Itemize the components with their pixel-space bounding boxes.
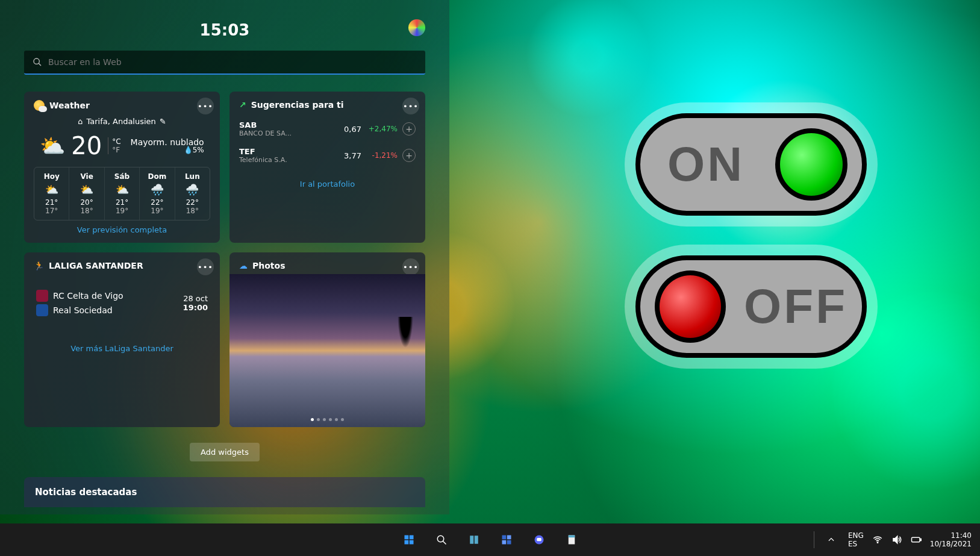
weather-location-row[interactable]: ⌂ Tarifa, Andalusien ✎ — [34, 117, 210, 126]
weather-units[interactable]: °C°F — [108, 137, 120, 154]
svg-rect-9 — [474, 536, 478, 544]
svg-rect-21 — [920, 539, 922, 541]
stock-row[interactable]: SABBANCO DE SA... 0,67 +2,47% + — [239, 116, 416, 142]
svg-rect-4 — [404, 540, 408, 545]
volume-icon[interactable] — [891, 534, 902, 545]
photos-widget[interactable]: ☁Photos ••• — [229, 252, 425, 427]
user-avatar[interactable] — [408, 19, 425, 36]
location-pin-icon: ⌂ — [78, 117, 83, 126]
sports-more-link[interactable]: Ver más LaLiga Santander — [34, 344, 210, 353]
add-widgets-button[interactable]: Add widgets — [190, 443, 260, 461]
weather-title: Weather — [49, 101, 90, 110]
weather-location: Tarifa, Andalusien — [87, 117, 156, 126]
forecast-day[interactable]: Vie⛅20°18° — [69, 167, 104, 220]
search-bar[interactable] — [24, 51, 425, 75]
weather-humidity: 💧5% — [127, 146, 204, 154]
svg-point-18 — [877, 542, 878, 543]
match-time: 19:00 — [183, 303, 208, 312]
widgets-panel: 15:03 Weather ••• ⌂ Tarifa, Andalusien ✎… — [0, 0, 449, 514]
language-switcher[interactable]: ENGES — [848, 531, 864, 549]
taskview-icon — [469, 534, 479, 545]
svg-rect-13 — [507, 540, 511, 545]
taskbar-clock[interactable]: 11:4010/18/2021 — [930, 531, 972, 549]
taskview-button[interactable] — [461, 526, 487, 553]
match-date: 28 oct — [183, 294, 208, 303]
stocks-more-button[interactable]: ••• — [402, 98, 419, 114]
svg-rect-17 — [568, 536, 575, 538]
led-red-icon — [655, 270, 726, 343]
stocks-title: Sugerencias para ti — [251, 100, 344, 110]
windows-icon — [404, 534, 414, 545]
search-icon — [33, 57, 42, 67]
svg-rect-11 — [507, 536, 511, 540]
weather-widget[interactable]: Weather ••• ⌂ Tarifa, Andalusien ✎ ⛅ 20 … — [24, 92, 220, 243]
switch-off-label: OFF — [744, 279, 847, 334]
notepad-app-button[interactable] — [558, 526, 585, 553]
sports-title: LALIGA SANTANDER — [49, 261, 143, 270]
stocks-widget[interactable]: ↗Sugerencias para ti ••• SABBANCO DE SA.… — [229, 92, 425, 243]
chat-icon — [534, 534, 545, 545]
led-green-icon — [775, 128, 847, 201]
svg-rect-15 — [537, 538, 541, 541]
team-badge-icon — [36, 290, 48, 302]
widgets-clock: 15:03 — [200, 21, 250, 39]
taskbar-search-button[interactable] — [428, 526, 455, 553]
photo-image[interactable] — [229, 274, 425, 427]
document-icon — [566, 534, 577, 545]
svg-marker-19 — [893, 536, 897, 543]
taskbar: ENGES 11:4010/18/2021 — [0, 523, 980, 556]
chevron-up-icon — [827, 536, 835, 544]
svg-rect-8 — [470, 536, 473, 544]
svg-rect-12 — [502, 540, 506, 545]
weather-temp: 20 — [71, 132, 102, 160]
wifi-icon[interactable] — [872, 534, 883, 545]
widgets-taskbar-button[interactable] — [493, 526, 520, 553]
svg-rect-10 — [502, 536, 506, 540]
weather-icon — [34, 100, 45, 111]
start-button[interactable] — [396, 526, 422, 553]
sports-icon: 🏃 — [34, 261, 44, 270]
photo-pager-dots[interactable] — [229, 418, 425, 421]
photos-more-button[interactable]: ••• — [402, 258, 419, 275]
photos-icon: ☁ — [239, 261, 248, 270]
svg-point-0 — [34, 58, 39, 64]
search-input[interactable] — [48, 57, 417, 67]
widgets-icon — [501, 534, 512, 545]
stocks-portfolio-link[interactable]: Ir al portafolio — [239, 180, 416, 189]
match-row[interactable]: RC Celta de Vigo Real Sociedad 28 oct19:… — [34, 276, 210, 330]
weather-now-icon: ⛅ — [40, 134, 65, 158]
tray-chevron-button[interactable] — [823, 526, 840, 553]
forecast-day[interactable]: Lun🌧️22°18° — [175, 167, 210, 220]
chat-button[interactable] — [526, 526, 552, 553]
stocks-icon: ↗ — [239, 100, 246, 110]
weather-full-forecast-link[interactable]: Ver previsión completa — [34, 225, 210, 234]
team2-name: Real Sociedad — [53, 305, 113, 315]
forecast-day[interactable]: Dom🌧️22°19° — [139, 167, 174, 220]
svg-line-7 — [443, 541, 446, 544]
weather-more-button[interactable]: ••• — [197, 98, 214, 114]
onoff-graphic: ON OFF — [625, 102, 878, 387]
add-stock-icon[interactable]: + — [402, 122, 416, 136]
sports-more-button[interactable]: ••• — [197, 258, 214, 275]
stock-row[interactable]: TEFTelefónica S.A. 3,77 -1,21% + — [239, 142, 416, 169]
svg-rect-2 — [404, 536, 408, 540]
weather-forecast: Hoy⛅21°17° Vie⛅20°18° Sáb⛅21°19° Dom🌧️22… — [34, 167, 210, 220]
team-badge-icon — [36, 304, 48, 316]
battery-icon[interactable] — [911, 534, 922, 545]
svg-rect-20 — [911, 537, 920, 542]
sports-widget[interactable]: 🏃LALIGA SANTANDER ••• RC Celta de Vigo R… — [24, 252, 220, 427]
search-icon — [436, 534, 447, 545]
forecast-day[interactable]: Sáb⛅21°19° — [104, 167, 139, 220]
svg-line-1 — [39, 63, 41, 66]
switch-on-label: ON — [655, 137, 757, 192]
svg-rect-3 — [409, 536, 413, 540]
news-header[interactable]: Noticias destacadas — [24, 477, 425, 507]
team1-name: RC Celta de Vigo — [53, 291, 123, 301]
svg-point-6 — [437, 536, 444, 542]
forecast-day[interactable]: Hoy⛅21°17° — [34, 167, 69, 220]
edit-location-icon[interactable]: ✎ — [160, 117, 166, 126]
svg-rect-5 — [409, 540, 413, 545]
photos-title: Photos — [252, 261, 286, 270]
add-stock-icon[interactable]: + — [402, 149, 416, 162]
